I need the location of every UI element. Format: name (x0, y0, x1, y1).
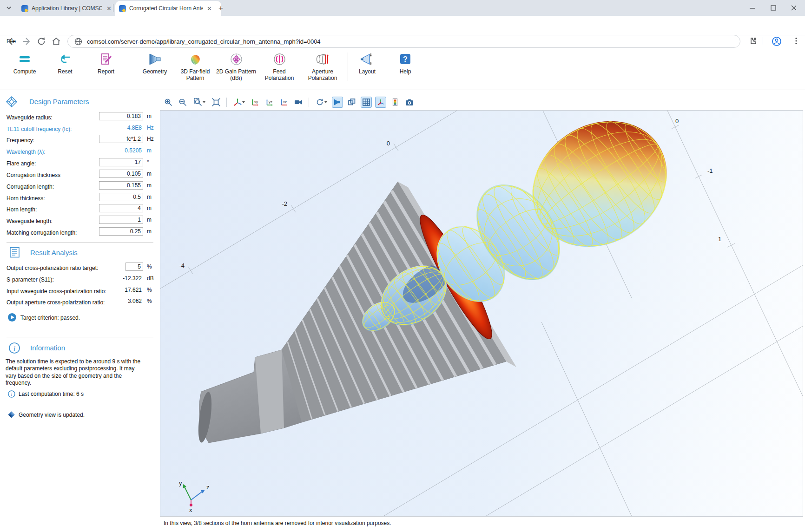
window-minimize-button[interactable] (749, 5, 756, 11)
zoom-extents-button[interactable] (211, 97, 222, 108)
zoom-box-button[interactable] (191, 97, 207, 108)
svg-text:x: x (189, 506, 192, 513)
svg-text:-2: -2 (282, 200, 287, 207)
browser-tab-active[interactable]: Corrugated Circular Horn Anten ✕ (115, 1, 221, 16)
window-maximize-button[interactable] (770, 5, 777, 11)
tab-search-icon[interactable] (5, 4, 13, 12)
site-info-icon[interactable] (74, 38, 82, 46)
design-parameters-title: Design Parameters (29, 98, 89, 105)
browser-menu-icon[interactable] (792, 37, 800, 45)
show-grid-toggle[interactable] (361, 97, 372, 108)
layout-icon (346, 52, 389, 66)
toolbar-divider (763, 37, 763, 45)
yz-view-button[interactable]: yz (264, 97, 275, 108)
home-icon[interactable] (51, 36, 61, 46)
file-menu[interactable]: File (7, 38, 16, 45)
result-row: S-parameter (S11): (7, 275, 54, 283)
zoom-in-button[interactable] (163, 97, 174, 108)
url-text: comsol.com/server-demo/app/library_corru… (87, 38, 321, 45)
profile-icon[interactable] (772, 36, 782, 46)
default-3d-view-button[interactable] (231, 97, 246, 108)
forward-icon[interactable] (21, 36, 32, 46)
svg-text:i: i (11, 392, 13, 397)
cross-polarization-target-input[interactable] (125, 263, 143, 271)
show-geometry-toggle[interactable] (332, 97, 343, 108)
matching-corrugation-length-input[interactable] (99, 227, 143, 236)
frequency-input[interactable] (99, 135, 143, 143)
result-row: Input waveguide cross-polarization ratio… (7, 287, 106, 295)
dropdown-caret-icon[interactable] (324, 101, 327, 103)
corrugation-thickness-input[interactable] (99, 170, 143, 178)
compute-button[interactable]: Compute (3, 52, 46, 75)
svg-text:1: 1 (718, 236, 721, 243)
result-analysis-icon (9, 247, 20, 258)
svg-text:yz: yz (269, 100, 272, 104)
param-row: Horn length: (7, 205, 37, 213)
layout-button[interactable]: Layout (346, 52, 389, 75)
window-close-button[interactable] (791, 5, 797, 11)
xy-view-button[interactable]: xy (250, 97, 261, 108)
geometry-button[interactable]: Geometry (133, 52, 176, 75)
report-button[interactable]: Report (85, 52, 127, 75)
svg-text:i: i (13, 345, 15, 352)
geometry-updated-icon (7, 411, 15, 419)
information-icon: i (8, 342, 20, 354)
waveguide-length-input[interactable] (99, 216, 143, 224)
dropdown-caret-icon[interactable] (203, 101, 205, 103)
show-axes-toggle[interactable] (375, 97, 386, 108)
param-row: Frequency: (7, 136, 34, 144)
gain-pattern-2d-button[interactable]: 2D Gain Pattern (dBi) (215, 52, 257, 82)
help-button[interactable]: ? Help (384, 52, 427, 75)
tab-close-icon[interactable]: ✕ (106, 5, 112, 12)
tab-title: Application Library | COMSOL S (32, 5, 102, 12)
waveguide-radius-input[interactable] (99, 112, 143, 120)
flare-angle-input[interactable] (99, 158, 143, 166)
reload-icon[interactable] (36, 36, 46, 46)
dropdown-caret-icon[interactable] (242, 101, 245, 103)
url-bar[interactable]: comsol.com/server-demo/app/library_corru… (67, 35, 740, 48)
reset-button[interactable]: Reset (44, 52, 86, 75)
tab-close-icon[interactable]: ✕ (206, 5, 213, 12)
param-row: Matching corrugation length: (7, 228, 77, 236)
new-tab-button[interactable]: + (218, 4, 223, 13)
svg-text:0: 0 (387, 140, 390, 147)
color-legend-toggle[interactable] (389, 97, 401, 108)
zoom-out-button[interactable] (177, 97, 188, 108)
feed-polarization-icon (258, 52, 301, 66)
camera-projection-button[interactable] (293, 97, 304, 108)
transparency-toggle[interactable] (346, 97, 357, 108)
gain-pattern-icon (215, 52, 257, 66)
snapshot-button[interactable] (404, 97, 415, 108)
geometry-icon (133, 52, 176, 66)
horn-length-input[interactable] (99, 204, 143, 212)
reset-view-button[interactable] (314, 97, 329, 108)
extensions-icon[interactable] (749, 37, 759, 46)
toolbar-separator (309, 98, 309, 107)
output-aperture-ratio-value: 3.062 (99, 298, 142, 304)
svg-text:?: ? (403, 55, 408, 63)
aperture-polarization-button[interactable]: Aperture Polarization (301, 52, 344, 82)
result-analysis-title: Result Analysis (30, 249, 78, 256)
ribbon-border (0, 90, 805, 90)
graphics-canvas[interactable]: 0 -2 -4 0 -1 1 y z x (160, 110, 803, 517)
wavelength-value: 0.5205 (99, 147, 142, 154)
horn-thickness-input[interactable] (99, 193, 143, 201)
toolbar-separator (226, 98, 227, 107)
far-field-lobe (422, 111, 691, 315)
information-title: Information (30, 344, 65, 352)
result-row: Output aperture cross-polarization ratio… (7, 298, 105, 306)
s-parameter-value: -12.322 (99, 275, 142, 282)
corrugation-length-input[interactable] (99, 181, 143, 190)
feed-polarization-button[interactable]: Feed Polarization (258, 52, 301, 82)
target-criterion-status: Target criterion: passed. (20, 315, 80, 321)
far-field-3d-button[interactable]: 3D Far-field Pattern (174, 52, 217, 82)
help-icon: ? (384, 52, 427, 66)
input-waveguide-ratio-value: 17.621 (99, 287, 142, 293)
param-row: TE11 cutoff frequency (fc): (7, 125, 72, 133)
browser-tab-inactive[interactable]: Application Library | COMSOL S ✕ (18, 2, 120, 15)
browser-navbar: comsol.com/server-demo/app/library_corru… (0, 16, 805, 35)
reset-icon (44, 52, 86, 66)
result-row: Output cross-polarization ratio target: (7, 263, 98, 272)
xz-view-button[interactable]: xz (278, 97, 290, 108)
aperture-polarization-icon (301, 52, 344, 66)
